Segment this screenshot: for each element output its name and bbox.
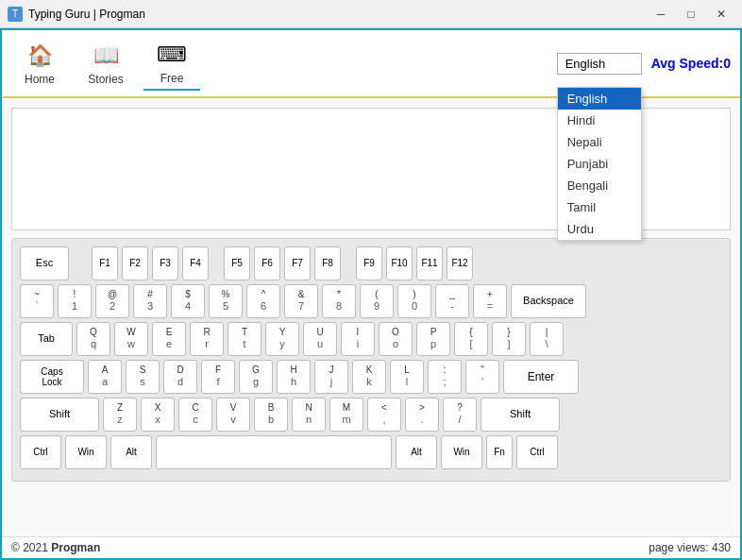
- key-ctrl-right[interactable]: Ctrl: [516, 435, 558, 469]
- key-f5[interactable]: F5: [224, 246, 250, 280]
- lang-option-tamil[interactable]: Tamil: [558, 196, 641, 218]
- key-colon[interactable]: :;: [428, 360, 462, 394]
- minimize-button[interactable]: ─: [648, 5, 674, 24]
- key-d[interactable]: Dd: [163, 360, 197, 394]
- key-x[interactable]: Xx: [141, 398, 175, 432]
- nav-stories[interactable]: 📖 Stories: [77, 37, 134, 90]
- close-button[interactable]: ✕: [708, 5, 734, 24]
- nav-free[interactable]: ⌨ Free: [143, 36, 200, 91]
- key-k[interactable]: Kk: [352, 360, 386, 394]
- key-f9[interactable]: F9: [356, 246, 382, 280]
- key-f7[interactable]: F7: [284, 246, 311, 280]
- key-quote[interactable]: "': [465, 360, 499, 394]
- key-f12[interactable]: F12: [447, 246, 473, 280]
- key-f[interactable]: Ff: [201, 360, 235, 394]
- key-g[interactable]: Gg: [239, 360, 273, 394]
- avg-speed: Avg Speed:0: [651, 56, 731, 71]
- maximize-button[interactable]: □: [678, 5, 704, 24]
- key-7[interactable]: &7: [284, 284, 318, 318]
- key-v[interactable]: Vv: [216, 398, 250, 432]
- keyboard: Esc F1 F2 F3 F4 F5 F6 F7 F8 F9 F10 F11 F…: [11, 238, 731, 482]
- key-enter[interactable]: Enter: [503, 360, 579, 394]
- lang-option-bengali[interactable]: Bengali: [558, 175, 641, 196]
- key-minus[interactable]: _-: [435, 284, 469, 318]
- key-s[interactable]: Ss: [126, 360, 160, 394]
- key-z[interactable]: Zz: [103, 398, 137, 432]
- key-p[interactable]: Pp: [416, 322, 450, 356]
- key-gt[interactable]: >.: [405, 398, 439, 432]
- lang-option-nepali[interactable]: Nepali: [558, 131, 641, 153]
- key-j[interactable]: Jj: [314, 360, 348, 394]
- keyboard-row-zxcv: Shift Zz Xx Cc Vv Bb Nn Mm <, >. ?/ Shif…: [20, 398, 722, 432]
- language-selector-wrapper: English Hindi Nepali Punjabi Bengali Tam…: [557, 53, 642, 75]
- key-esc[interactable]: Esc: [20, 246, 69, 280]
- key-alt-left[interactable]: Alt: [110, 435, 152, 469]
- lang-option-hindi[interactable]: Hindi: [558, 110, 641, 131]
- key-win-right[interactable]: Win: [441, 435, 482, 469]
- key-0[interactable]: )0: [397, 284, 431, 318]
- key-3[interactable]: #3: [133, 284, 167, 318]
- key-l[interactable]: Ll: [390, 360, 424, 394]
- key-m[interactable]: Mm: [329, 398, 363, 432]
- key-f10[interactable]: F10: [386, 246, 413, 280]
- key-shift-left[interactable]: Shift: [20, 398, 99, 432]
- key-q[interactable]: Qq: [76, 322, 110, 356]
- app-icon: T: [8, 7, 23, 22]
- key-f4[interactable]: F4: [182, 246, 209, 280]
- key-equals[interactable]: +=: [473, 284, 507, 318]
- key-b[interactable]: Bb: [254, 398, 288, 432]
- key-2[interactable]: @2: [95, 284, 129, 318]
- lang-option-urdu[interactable]: Urdu: [558, 218, 641, 240]
- free-icon: ⌨: [155, 40, 189, 70]
- key-caps-lock[interactable]: CapsLock: [20, 360, 84, 394]
- key-w[interactable]: Ww: [114, 322, 148, 356]
- key-6[interactable]: ^6: [246, 284, 280, 318]
- key-9[interactable]: (9: [360, 284, 394, 318]
- footer: © 2021 Progman page views: 430: [2, 536, 740, 558]
- key-r[interactable]: Rr: [190, 322, 224, 356]
- key-f8[interactable]: F8: [314, 246, 341, 280]
- key-h[interactable]: Hh: [277, 360, 311, 394]
- key-shift-right[interactable]: Shift: [481, 398, 560, 432]
- key-y[interactable]: Yy: [265, 322, 299, 356]
- key-lbrace[interactable]: {[: [454, 322, 488, 356]
- lang-option-english[interactable]: English: [558, 88, 641, 110]
- lang-option-punjabi[interactable]: Punjabi: [558, 153, 641, 175]
- key-i[interactable]: Ii: [341, 322, 375, 356]
- key-o[interactable]: Oo: [379, 322, 413, 356]
- key-f2[interactable]: F2: [122, 246, 148, 280]
- key-e[interactable]: Ee: [152, 322, 186, 356]
- toolbar-right: English Hindi Nepali Punjabi Bengali Tam…: [557, 53, 731, 75]
- key-pipe[interactable]: |\: [530, 322, 564, 356]
- key-backspace[interactable]: Backspace: [511, 284, 586, 318]
- home-icon: 🏠: [23, 41, 57, 71]
- key-f11[interactable]: F11: [416, 246, 443, 280]
- key-lt[interactable]: <,: [367, 398, 401, 432]
- key-c[interactable]: Cc: [178, 398, 212, 432]
- title-bar: T Typing Guru | Progman ─ □ ✕: [0, 0, 742, 28]
- key-1[interactable]: !1: [58, 284, 92, 318]
- key-tilde[interactable]: ~`: [20, 284, 54, 318]
- key-5[interactable]: %5: [209, 284, 243, 318]
- keyboard-row-fkeys: Esc F1 F2 F3 F4 F5 F6 F7 F8 F9 F10 F11 F…: [20, 246, 722, 280]
- nav-home[interactable]: 🏠 Home: [11, 37, 68, 90]
- key-u[interactable]: Uu: [303, 322, 337, 356]
- key-4[interactable]: $4: [171, 284, 205, 318]
- key-alt-right[interactable]: Alt: [396, 435, 437, 469]
- key-n[interactable]: Nn: [292, 398, 326, 432]
- key-question[interactable]: ?/: [443, 398, 477, 432]
- key-f6[interactable]: F6: [254, 246, 280, 280]
- key-ctrl-left[interactable]: Ctrl: [20, 435, 61, 469]
- key-rbrace[interactable]: }]: [492, 322, 526, 356]
- key-tab[interactable]: Tab: [20, 322, 73, 356]
- key-a[interactable]: Aa: [88, 360, 122, 394]
- key-f3[interactable]: F3: [152, 246, 178, 280]
- key-win-left[interactable]: Win: [65, 435, 107, 469]
- key-space[interactable]: [156, 435, 392, 469]
- key-t[interactable]: Tt: [228, 322, 261, 356]
- key-fn[interactable]: Fn: [486, 435, 513, 469]
- key-f1[interactable]: F1: [92, 246, 118, 280]
- language-select[interactable]: English Hindi Nepali Punjabi Bengali Tam…: [557, 53, 642, 75]
- key-8[interactable]: *8: [322, 284, 356, 318]
- window-controls: ─ □ ✕: [648, 5, 734, 24]
